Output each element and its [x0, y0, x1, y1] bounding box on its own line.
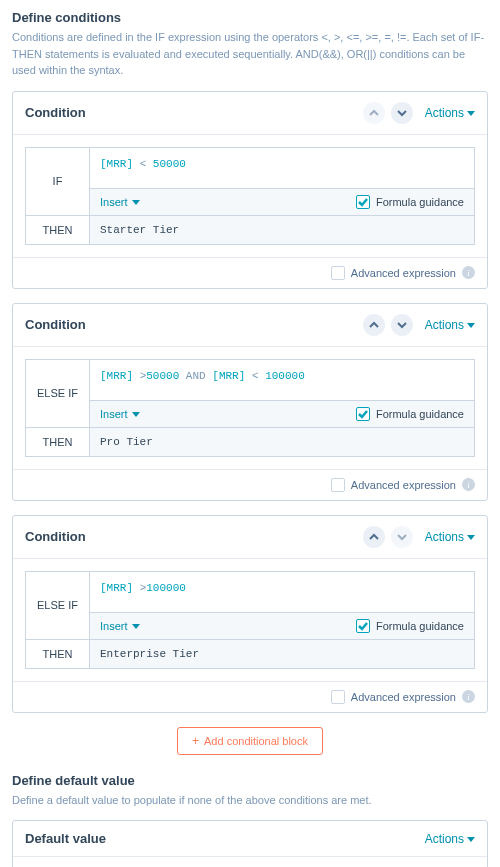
advanced-expression-label: Advanced expression	[351, 479, 456, 491]
insert-dropdown[interactable]: Insert	[100, 196, 140, 208]
actions-label: Actions	[425, 106, 464, 120]
move-up-button[interactable]	[363, 314, 385, 336]
formula-guidance-checkbox[interactable]	[356, 619, 370, 633]
chevron-down-icon	[397, 320, 407, 330]
svg-marker-4	[467, 535, 475, 540]
token-op: <	[140, 158, 147, 170]
actions-dropdown[interactable]: Actions	[425, 530, 475, 544]
token-number: 100000	[265, 370, 305, 382]
default-value-card: Default value Actions ELSE null Advanced…	[12, 820, 488, 867]
info-icon[interactable]: i	[462, 690, 475, 703]
then-label: THEN	[26, 215, 90, 244]
caret-down-icon	[132, 622, 140, 630]
then-input[interactable]: Enterprise Tier	[90, 639, 475, 668]
chevron-up-icon	[369, 320, 379, 330]
insert-dropdown[interactable]: Insert	[100, 620, 140, 632]
caret-down-icon	[467, 835, 475, 843]
formula-guidance-checkbox[interactable]	[356, 195, 370, 209]
token-number: 100000	[146, 582, 186, 594]
move-down-button[interactable]	[391, 102, 413, 124]
actions-dropdown[interactable]: Actions	[425, 832, 475, 846]
token-field: [MRR]	[100, 582, 133, 594]
insert-label: Insert	[100, 196, 128, 208]
actions-label: Actions	[425, 530, 464, 544]
info-icon[interactable]: i	[462, 266, 475, 279]
advanced-expression-checkbox[interactable]	[331, 478, 345, 492]
condition-card: Condition Actions IF [MRR] < 50000	[12, 91, 488, 289]
elseif-label: ELSE IF	[26, 571, 90, 639]
svg-marker-5	[132, 624, 140, 629]
move-down-button[interactable]	[391, 526, 413, 548]
condition-title: Condition	[25, 529, 363, 544]
advanced-expression-checkbox[interactable]	[331, 690, 345, 704]
plus-icon: +	[192, 735, 199, 747]
condition-card: Condition Actions ELSE IF [MRR] >100000	[12, 515, 488, 713]
caret-down-icon	[467, 109, 475, 117]
advanced-expression-checkbox[interactable]	[331, 266, 345, 280]
caret-down-icon	[467, 533, 475, 541]
define-default-description: Define a default value to populate if no…	[12, 792, 488, 809]
insert-dropdown[interactable]: Insert	[100, 408, 140, 420]
define-conditions-title: Define conditions	[12, 10, 488, 25]
svg-marker-0	[467, 111, 475, 116]
chevron-down-icon	[397, 108, 407, 118]
advanced-expression-label: Advanced expression	[351, 691, 456, 703]
default-value-title: Default value	[25, 831, 419, 846]
condition-title: Condition	[25, 317, 363, 332]
token-and: AND	[186, 370, 206, 382]
add-block-label: Add conditional block	[204, 735, 308, 747]
define-default-title: Define default value	[12, 773, 488, 788]
add-conditional-block-button[interactable]: + Add conditional block	[177, 727, 323, 755]
insert-label: Insert	[100, 408, 128, 420]
then-input[interactable]: Starter Tier	[90, 215, 475, 244]
chevron-up-icon	[369, 108, 379, 118]
chevron-down-icon	[397, 532, 407, 542]
insert-label: Insert	[100, 620, 128, 632]
check-icon	[358, 409, 368, 419]
caret-down-icon	[132, 410, 140, 418]
then-input[interactable]: Pro Tier	[90, 427, 475, 456]
token-field: [MRR]	[100, 158, 133, 170]
svg-marker-1	[132, 200, 140, 205]
define-conditions-description: Conditions are defined in the IF express…	[12, 29, 488, 79]
advanced-expression-label: Advanced expression	[351, 267, 456, 279]
actions-label: Actions	[425, 832, 464, 846]
expression-input[interactable]: [MRR] >100000	[90, 571, 475, 612]
token-field: [MRR]	[212, 370, 245, 382]
caret-down-icon	[132, 198, 140, 206]
token-number: 50000	[153, 158, 186, 170]
actions-dropdown[interactable]: Actions	[425, 318, 475, 332]
move-up-button[interactable]	[363, 526, 385, 548]
elseif-label: ELSE IF	[26, 359, 90, 427]
check-icon	[358, 197, 368, 207]
move-up-button[interactable]	[363, 102, 385, 124]
then-label: THEN	[26, 427, 90, 456]
check-icon	[358, 621, 368, 631]
condition-title: Condition	[25, 105, 363, 120]
token-number: 50000	[146, 370, 179, 382]
formula-guidance-label: Formula guidance	[376, 620, 464, 632]
actions-dropdown[interactable]: Actions	[425, 106, 475, 120]
chevron-up-icon	[369, 532, 379, 542]
token-field: [MRR]	[100, 370, 133, 382]
info-icon[interactable]: i	[462, 478, 475, 491]
svg-marker-6	[467, 837, 475, 842]
caret-down-icon	[467, 321, 475, 329]
actions-label: Actions	[425, 318, 464, 332]
formula-guidance-label: Formula guidance	[376, 408, 464, 420]
if-label: IF	[26, 147, 90, 215]
condition-card: Condition Actions ELSE IF [MRR] >50000 A…	[12, 303, 488, 501]
expression-input[interactable]: [MRR] >50000 AND [MRR] < 100000	[90, 359, 475, 400]
svg-marker-3	[132, 412, 140, 417]
token-op: <	[252, 370, 259, 382]
formula-guidance-label: Formula guidance	[376, 196, 464, 208]
expression-input[interactable]: [MRR] < 50000	[90, 147, 475, 188]
move-down-button[interactable]	[391, 314, 413, 336]
svg-marker-2	[467, 323, 475, 328]
formula-guidance-checkbox[interactable]	[356, 407, 370, 421]
then-label: THEN	[26, 639, 90, 668]
